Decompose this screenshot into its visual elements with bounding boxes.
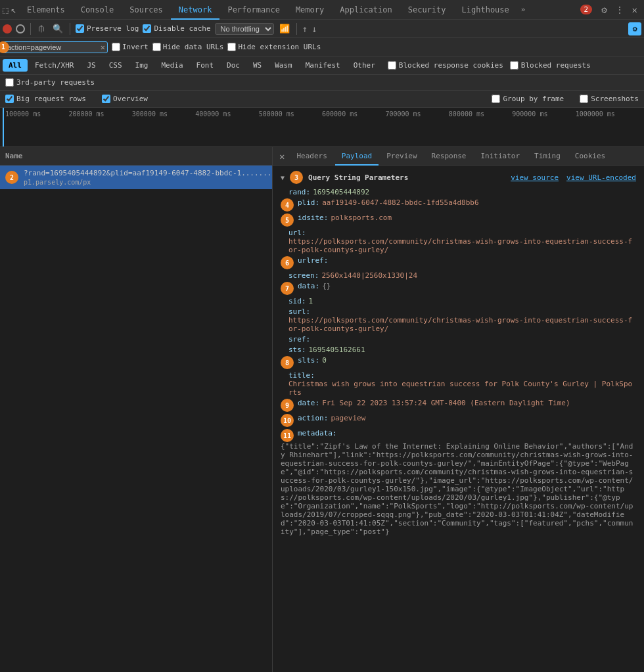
dtab-timing[interactable]: Timing — [528, 147, 567, 166]
section-links: view source view URL-encoded — [511, 173, 636, 182]
request-domain: p1.parsely.com/px — [24, 179, 276, 186]
more-tabs-button[interactable]: » — [517, 5, 530, 14]
request-list-item[interactable]: 2 ?rand=1695405444892&plid=aaf19149-6047… — [0, 166, 272, 189]
ftab-media[interactable]: Media — [155, 59, 189, 72]
blocked-requests-checkbox[interactable] — [510, 61, 518, 70]
detail-tabs-row: ✕ Headers Payload Preview Response Initi… — [273, 147, 644, 166]
section-collapse-icon[interactable]: ▼ — [281, 174, 285, 181]
ftab-manifest[interactable]: Manifest — [300, 59, 346, 72]
tab-network[interactable]: Network — [171, 0, 220, 20]
ftab-wasm[interactable]: Wasm — [269, 59, 298, 72]
param-sid: sid 1 — [281, 297, 636, 305]
ftab-other[interactable]: Other — [348, 59, 381, 72]
param-title: title Christmas wish grows into equestri… — [281, 371, 636, 397]
search-icon[interactable]: 🔍 — [51, 22, 64, 35]
param-slts: 8 slts 0 — [281, 356, 636, 369]
tab-application[interactable]: Application — [332, 0, 400, 20]
tab-console[interactable]: Console — [73, 0, 122, 20]
big-request-rows-label[interactable]: Big request rows — [5, 95, 86, 103]
hide-data-urls-checkbox[interactable] — [152, 43, 161, 51]
big-request-rows-checkbox[interactable] — [5, 95, 14, 103]
disable-cache-checkbox-label[interactable]: Disable cache — [143, 24, 210, 33]
clear-filter-button[interactable]: ✕ — [101, 43, 105, 52]
hide-data-urls-checkbox-label[interactable]: Hide data URLs — [152, 43, 224, 51]
disable-cache-checkbox[interactable] — [143, 24, 151, 33]
blocked-response-cookies-label[interactable]: Blocked response cookies — [388, 61, 503, 70]
badge-9: 9 — [281, 399, 294, 412]
download-icon[interactable]: ↓ — [311, 24, 317, 34]
third-party-checkbox-label[interactable]: 3rd-party requests — [5, 78, 95, 87]
throttle-select[interactable]: No throttling Fast 3G Slow 3G — [215, 23, 274, 35]
upload-icon[interactable]: ↑ — [302, 24, 308, 34]
invert-checkbox-label[interactable]: Invert — [112, 43, 149, 51]
ftab-doc[interactable]: Doc — [221, 59, 246, 72]
section-title: Query String Parameters — [308, 173, 408, 182]
third-party-checkbox[interactable] — [5, 78, 14, 87]
preserve-log-checkbox-label[interactable]: Preserve log — [76, 24, 139, 33]
tab-memory[interactable]: Memory — [288, 0, 332, 20]
view-source-link[interactable]: view source — [511, 173, 559, 182]
network-toolbar: ⫛ 🔍 Preserve log Disable cache No thrott… — [0, 20, 644, 38]
close-detail-button[interactable]: ✕ — [275, 151, 288, 162]
query-string-section-header: ▼ 3 Query String Parameters view source … — [281, 171, 636, 184]
stop-button[interactable] — [16, 24, 25, 34]
ftab-all[interactable]: All — [3, 59, 28, 72]
filter-icon[interactable]: ⫛ — [36, 22, 47, 35]
more-options-icon[interactable]: ⋮ — [611, 5, 628, 15]
invert-checkbox[interactable] — [112, 43, 120, 51]
screenshots-checkbox[interactable] — [580, 95, 588, 103]
param-data: 7 data {} — [281, 282, 636, 295]
top-nav-bar: ⬚ ↖ Elements Console Sources Network Per… — [0, 0, 644, 20]
view-url-encoded-link[interactable]: view URL-encoded — [566, 173, 636, 182]
options-row: Big request rows Overview Group by frame… — [0, 91, 644, 108]
settings-icon[interactable]: ⚙ — [597, 5, 610, 15]
ftab-js[interactable]: JS — [81, 59, 101, 72]
record-button[interactable] — [3, 24, 12, 34]
ftab-font[interactable]: Font — [191, 59, 220, 72]
preserve-log-checkbox[interactable] — [76, 24, 84, 33]
devtools-settings-button[interactable]: ⚙ — [628, 22, 641, 35]
tab-lighthouse[interactable]: Lighthouse — [454, 0, 517, 20]
search-input[interactable] — [3, 41, 108, 53]
dtab-headers[interactable]: Headers — [290, 147, 333, 166]
blocked-response-cookies-checkbox[interactable] — [388, 61, 396, 70]
param-metadata: 11 metadata {"title":"Zipf's Law of the … — [281, 429, 636, 536]
badge-4: 4 — [281, 198, 294, 212]
timeline-labels: 100000 ms 200000 ms 300000 ms 400000 ms … — [0, 108, 644, 118]
group-by-frame-label[interactable]: Group by frame — [492, 95, 564, 103]
wifi-icon[interactable]: 📶 — [278, 22, 291, 35]
badge-6: 6 — [281, 256, 294, 269]
hide-ext-urls-checkbox-label[interactable]: Hide extension URLs — [227, 43, 321, 51]
close-devtools-icon[interactable]: ✕ — [628, 5, 641, 15]
payload-content[interactable]: ▼ 3 Query String Parameters view source … — [273, 166, 644, 672]
tab-performance[interactable]: Performance — [219, 0, 287, 20]
tl-label-1: 100000 ms — [5, 110, 68, 118]
ftab-css[interactable]: CSS — [103, 59, 128, 72]
tab-security[interactable]: Security — [400, 0, 454, 20]
dtab-payload[interactable]: Payload — [335, 147, 379, 166]
devtools-icon: ⬚ — [3, 5, 8, 15]
tl-label-3: 300000 ms — [132, 110, 195, 118]
pointer-icon: ↖ — [11, 5, 16, 15]
overview-checkbox[interactable] — [102, 95, 110, 103]
dtab-initiator[interactable]: Initiator — [474, 147, 527, 166]
dtab-preview[interactable]: Preview — [380, 147, 423, 166]
dtab-cookies[interactable]: Cookies — [568, 147, 612, 166]
ftab-img[interactable]: Img — [129, 59, 154, 72]
param-date: 9 date Fri Sep 22 2023 13:57:24 GMT-0400… — [281, 399, 636, 412]
filter-tabs-row: All Fetch/XHR JS CSS Img Media Font Doc … — [0, 56, 644, 75]
param-action: 10 action pageview — [281, 414, 636, 427]
tab-elements[interactable]: Elements — [19, 0, 73, 20]
ftab-fetch-xhr[interactable]: Fetch/XHR — [29, 59, 80, 72]
dtab-response[interactable]: Response — [425, 147, 473, 166]
overview-checkbox-label[interactable]: Overview — [102, 95, 148, 103]
tl-label-9: 900000 ms — [512, 110, 575, 118]
screenshots-label[interactable]: Screenshots — [580, 95, 639, 103]
extra-options-row: 3rd-party requests — [0, 75, 644, 91]
hide-ext-urls-checkbox[interactable] — [227, 43, 236, 51]
param-rand: rand 1695405444892 — [281, 188, 636, 196]
tab-sources[interactable]: Sources — [122, 0, 171, 20]
ftab-ws[interactable]: WS — [247, 59, 267, 72]
blocked-requests-label[interactable]: Blocked requests — [510, 61, 591, 70]
group-by-frame-checkbox[interactable] — [492, 95, 500, 103]
